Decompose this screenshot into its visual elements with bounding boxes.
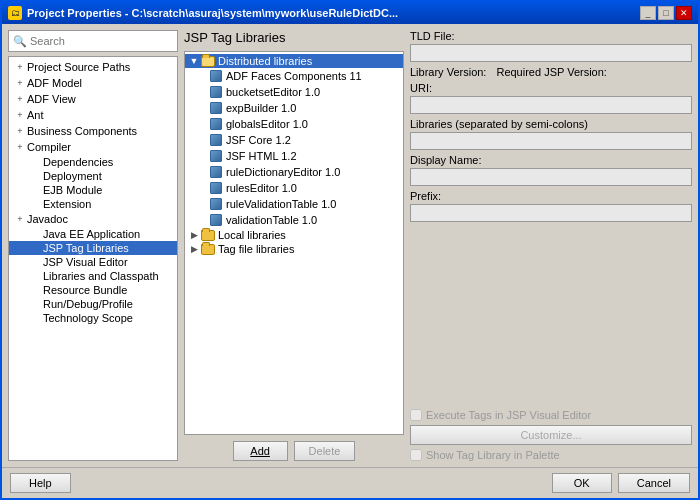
tree-item-javadoc[interactable]: +Javadoc: [9, 211, 177, 227]
bottom-right-buttons: OK Cancel: [552, 473, 690, 493]
help-button[interactable]: Help: [10, 473, 71, 493]
tree-item-jsp-tag-libraries[interactable]: JSP Tag Libraries: [9, 241, 177, 255]
main-window: 🗂 Project Properties - C:\scratch\asuraj…: [0, 0, 700, 500]
close-button[interactable]: ✕: [676, 6, 692, 20]
show-tag-library-label: Show Tag Library in Palette: [426, 449, 560, 461]
library-buttons-row: Add Delete: [184, 441, 404, 461]
lib-item[interactable]: rulesEditor 1.0: [185, 180, 403, 196]
display-name-group: Display Name:: [410, 154, 692, 186]
middle-panel: JSP Tag Libraries ▼Distributed libraries…: [184, 30, 404, 461]
tree-item-run-debug-profile[interactable]: Run/Debug/Profile: [9, 297, 177, 311]
tree-label: Business Components: [27, 125, 137, 137]
lib-item-label: JSF HTML 1.2: [226, 150, 297, 162]
lib-item-icon: [209, 133, 223, 147]
prefix-group: Prefix:: [410, 190, 692, 222]
tree-item-ejb-module[interactable]: EJB Module: [9, 183, 177, 197]
uri-input[interactable]: [410, 96, 692, 114]
execute-tags-label: Execute Tags in JSP Visual Editor: [426, 409, 591, 421]
add-button[interactable]: Add: [233, 441, 288, 461]
tree-item-resource-bundle[interactable]: Resource Bundle: [9, 283, 177, 297]
tree-item-compiler[interactable]: +Compiler: [9, 139, 177, 155]
lib-item[interactable]: ADF Faces Components 11: [185, 68, 403, 84]
lib-item[interactable]: bucketsetEditor 1.0: [185, 84, 403, 100]
lib-item-icon: [209, 149, 223, 163]
lib-item[interactable]: ruleValidationTable 1.0: [185, 196, 403, 212]
tree-item-adf-model[interactable]: +ADF Model: [9, 75, 177, 91]
folder-icon: [201, 244, 215, 255]
lib-item[interactable]: expBuilder 1.0: [185, 100, 403, 116]
show-tag-library-row: Show Tag Library in Palette: [410, 449, 692, 461]
tree-item-ant[interactable]: +Ant: [9, 107, 177, 123]
lib-item[interactable]: globalsEditor 1.0: [185, 116, 403, 132]
panel-title: JSP Tag Libraries: [184, 30, 404, 45]
tree-label: ADF View: [27, 93, 76, 105]
execute-tags-checkbox[interactable]: [410, 409, 422, 421]
show-tag-library-checkbox[interactable]: [410, 449, 422, 461]
tree-item-jsp-visual-editor[interactable]: JSP Visual Editor: [9, 255, 177, 269]
window-icon: 🗂: [8, 6, 22, 20]
minimize-button[interactable]: _: [640, 6, 656, 20]
uri-label: URI:: [410, 82, 692, 94]
tree-item-extension[interactable]: Extension: [9, 197, 177, 211]
lib-group-distributed-libraries[interactable]: ▼Distributed libraries: [185, 54, 403, 68]
display-name-input[interactable]: [410, 168, 692, 186]
lib-item[interactable]: JSF HTML 1.2: [185, 148, 403, 164]
tree-item-project-source-paths[interactable]: +Project Source Paths: [9, 59, 177, 75]
delete-button[interactable]: Delete: [294, 441, 356, 461]
tree-label: Deployment: [43, 170, 102, 182]
lib-group-label: Tag file libraries: [218, 243, 294, 255]
group-expander-icon: ▶: [187, 230, 201, 240]
tree-item-libraries-classpath[interactable]: Libraries and Classpath: [9, 269, 177, 283]
lib-item[interactable]: validationTable 1.0: [185, 212, 403, 228]
prefix-input[interactable]: [410, 204, 692, 222]
lib-group-local-libraries[interactable]: ▶Local libraries: [185, 228, 403, 242]
library-tree: ▼Distributed librariesADF Faces Componen…: [184, 51, 404, 435]
libraries-label: Libraries (separated by semi-colons): [410, 118, 692, 130]
tree-item-deployment[interactable]: Deployment: [9, 169, 177, 183]
search-icon: 🔍: [13, 35, 27, 48]
maximize-button[interactable]: □: [658, 6, 674, 20]
ok-button[interactable]: OK: [552, 473, 612, 493]
expander-icon: +: [13, 212, 27, 226]
uri-group: URI:: [410, 82, 692, 114]
main-content: 🔍 +Project Source Paths+ADF Model+ADF Vi…: [2, 24, 698, 467]
search-box: 🔍: [8, 30, 178, 52]
tree-item-java-ee-application[interactable]: Java EE Application: [9, 227, 177, 241]
tree-label: Javadoc: [27, 213, 68, 225]
libraries-input[interactable]: [410, 132, 692, 150]
tree-item-technology-scope[interactable]: Technology Scope: [9, 311, 177, 325]
lib-item[interactable]: ruleDictionaryEditor 1.0: [185, 164, 403, 180]
lib-item-icon: [209, 85, 223, 99]
lib-group-tag-file-libraries[interactable]: ▶Tag file libraries: [185, 242, 403, 256]
prefix-label: Prefix:: [410, 190, 692, 202]
expander-icon: +: [13, 76, 27, 90]
required-jsp-version-label: Required JSP Version:: [496, 66, 606, 78]
lib-group-label: Local libraries: [218, 229, 286, 241]
lib-item-label: ruleDictionaryEditor 1.0: [226, 166, 340, 178]
tree-item-dependencies[interactable]: Dependencies: [9, 155, 177, 169]
lib-item[interactable]: JSF Core 1.2: [185, 132, 403, 148]
tld-file-input[interactable]: [410, 44, 692, 62]
search-input[interactable]: [30, 35, 173, 47]
version-row: Library Version: Required JSP Version:: [410, 66, 692, 78]
title-bar-left: 🗂 Project Properties - C:\scratch\asuraj…: [8, 6, 398, 20]
expander-icon: +: [13, 124, 27, 138]
group-expander-icon: ▶: [187, 244, 201, 254]
tree-item-adf-view[interactable]: +ADF View: [9, 91, 177, 107]
tree-label: Technology Scope: [43, 312, 133, 324]
lib-item-icon: [209, 101, 223, 115]
title-bar: 🗂 Project Properties - C:\scratch\asuraj…: [2, 2, 698, 24]
tree-label: Compiler: [27, 141, 71, 153]
lib-item-label: bucketsetEditor 1.0: [226, 86, 320, 98]
customize-button[interactable]: Customize...: [410, 425, 692, 445]
tree-label: Run/Debug/Profile: [43, 298, 133, 310]
cancel-button[interactable]: Cancel: [618, 473, 690, 493]
lib-item-label: globalsEditor 1.0: [226, 118, 308, 130]
expander-icon: +: [13, 60, 27, 74]
lib-item-label: validationTable 1.0: [226, 214, 317, 226]
tree-item-business-components[interactable]: +Business Components: [9, 123, 177, 139]
left-panel: 🔍 +Project Source Paths+ADF Model+ADF Vi…: [8, 30, 178, 461]
lib-item-icon: [209, 181, 223, 195]
tree-label: JSP Tag Libraries: [43, 242, 129, 254]
expander-icon: +: [13, 140, 27, 154]
